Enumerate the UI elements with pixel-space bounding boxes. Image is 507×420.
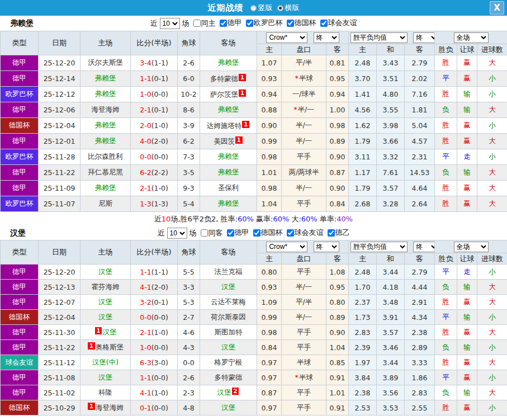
team-name: 弗赖堡 [95, 121, 116, 129]
euro-home-odds: 3.11 [349, 149, 377, 165]
full-match-select[interactable]: 全场 [454, 32, 489, 43]
team-cell: 弗赖堡 [200, 165, 257, 181]
team-cell: 圣保利 [200, 181, 257, 196]
half-score: (1-0) [151, 389, 168, 397]
result-goals-cell: 小 [477, 71, 507, 87]
league-filter-group: 德甲欧罗巴杯德国杯球会友谊 [216, 18, 357, 29]
corner-cell: 2-6 [178, 55, 200, 71]
euro-draw-odds: 3.89 [377, 370, 405, 385]
final-odds-select[interactable]: 终 [314, 32, 339, 43]
euro-away-odds: 2.91 [405, 295, 435, 310]
euro-draw-odds: 3.56 [377, 385, 405, 400]
result-wdl-cell: 负 [435, 385, 457, 400]
games-label: 场 [182, 18, 189, 29]
same-venue-checkbox[interactable] [193, 20, 201, 27]
euro-away-odds: 5.04 [405, 118, 435, 134]
league-checkbox[interactable] [287, 229, 294, 237]
full-match-select-2[interactable]: 全场 [454, 242, 489, 252]
avg-odds-select[interactable]: 胜平负均值 [350, 32, 408, 43]
corner-cell: 9-3 [178, 181, 200, 196]
half-score: (1-3) [151, 200, 168, 208]
asia-home-odds: 0.97 [257, 400, 282, 416]
result-goals-cell: 大 [477, 165, 507, 181]
team-cell: 汉堡(中) [80, 355, 131, 370]
team-cell: 法兰克福 [200, 265, 257, 280]
match-count-select[interactable]: 10 [160, 18, 180, 29]
asia-away-odds: 0.89 [326, 134, 349, 149]
bookmaker-select-3[interactable]: Crow* [266, 242, 307, 252]
handicap-cell: 半/一 [282, 181, 326, 196]
bookmaker-select[interactable]: Crow* [266, 32, 307, 43]
col-home-2: 主场 [80, 240, 131, 265]
match-count-select-2[interactable]: 10 [167, 228, 187, 239]
final-odds-select-3[interactable]: 终 [314, 242, 339, 252]
league-checkbox[interactable] [220, 20, 227, 27]
league-checkbox[interactable] [246, 20, 253, 27]
asia-home-odds: 0.80 [257, 265, 282, 280]
handicap-star: * [293, 105, 297, 114]
team-name: 汉堡 [221, 403, 235, 412]
euro-away-odds: 3.33 [405, 355, 435, 370]
euro-home-odds: 2.38 [349, 385, 377, 400]
team-cell: 汉堡 [200, 340, 257, 355]
avg-odds-select-2[interactable]: 胜平负均值 [350, 242, 408, 252]
team-name: 弗赖堡 [218, 58, 239, 67]
handicap-star: * [295, 373, 298, 381]
match-row: 欧罗巴杯25-12-12弗赖堡1-0(0-0)10-2萨尔茨堡10.94一/球半… [1, 87, 507, 102]
euro-home-odds: 2.68 [349, 196, 377, 212]
team-name: 弗赖堡 [218, 105, 239, 114]
euro-away-odds: 1.86 [405, 370, 435, 385]
team-cell: 萨尔茨堡1 [200, 87, 257, 102]
vertical-layout-radio[interactable] [250, 5, 257, 11]
corner-cell: 4-8 [178, 400, 200, 416]
recent-results-dialog: 近期战绩 竖版 横版 X 弗赖堡 近 10 场 同主 德甲欧罗巴杯德国杯球会友谊… [0, 0, 507, 420]
league-cell: 欧罗巴杯 [1, 196, 39, 212]
euro-draw-odds: 3.51 [377, 71, 405, 87]
euro-away-odds: 2.64 [405, 196, 435, 212]
hamburg-results-table: 类型 日期 主场 比分(半场) 角球 客场 Crow* 终 胜平负均值 终 全场 [0, 240, 507, 416]
league-checkbox[interactable] [287, 20, 294, 27]
league-filter-label: 德甲 [228, 18, 242, 28]
result-wdl-cell: 负 [435, 280, 457, 295]
team-name: 汉堡 [98, 313, 112, 321]
same-venue-checkbox-2[interactable] [201, 229, 208, 237]
result-handicap-cell: 输 [457, 280, 477, 295]
date-cell: 25-12-20 [39, 55, 80, 71]
section-hamburg-bar: 汉堡 近 10 场 同客 德甲德国杯球会友谊德乙 [0, 226, 507, 240]
score-cell: 4-1(2-0) [131, 280, 178, 295]
league-checkbox[interactable] [328, 229, 335, 237]
date-cell: 25-12-20 [39, 265, 80, 280]
league-checkbox[interactable] [320, 20, 328, 27]
close-button[interactable]: X [490, 1, 504, 15]
team-name: 达姆施塔特 [207, 121, 242, 130]
layout-radio-group: 竖版 横版 [246, 3, 300, 13]
team-name: 多特蒙德 [215, 373, 243, 381]
date-cell: 25-10-29 [39, 400, 80, 416]
date-cell: 25-11-22 [39, 165, 80, 181]
league-cell: 德甲 [1, 385, 39, 400]
handicap-cell: 平手 [282, 340, 326, 355]
sub-draw: 和 [377, 44, 405, 55]
team-cell: 美因茨1 [200, 134, 257, 149]
handicap-cell: 平/半 [282, 55, 326, 71]
match-row: 德国杯25-12-04弗赖堡2-0(1-0)3-9达姆施塔特10.90半/一0.… [1, 118, 507, 134]
result-goals-cell: 小 [477, 310, 507, 325]
final-odds-select-4[interactable]: 终 [413, 242, 434, 252]
result-wdl-cell: 负 [435, 340, 457, 355]
result-handicap-cell: 赢 [457, 118, 477, 134]
euro-away-odds: 2.83 [405, 385, 435, 400]
horizontal-layout-radio[interactable] [277, 5, 283, 11]
final-odds-select-2[interactable]: 终 [413, 32, 434, 43]
result-handicap-cell: 输 [457, 340, 477, 355]
league-checkbox[interactable] [253, 229, 260, 237]
summary-part: 大: [289, 215, 301, 223]
asia-away-odds: 0.87 [326, 165, 349, 181]
result-wdl-cell: 胜 [435, 134, 457, 149]
asia-away-odds: 0.80 [326, 295, 349, 310]
league-checkbox[interactable] [227, 229, 234, 237]
euro-draw-odds: 3.44 [377, 265, 405, 280]
team-name: 海登海姆 [96, 403, 124, 412]
result-goals-cell: 大 [477, 181, 507, 196]
sub-ehome: 主 [349, 44, 377, 55]
euro-away-odds: 2.89 [405, 340, 435, 355]
